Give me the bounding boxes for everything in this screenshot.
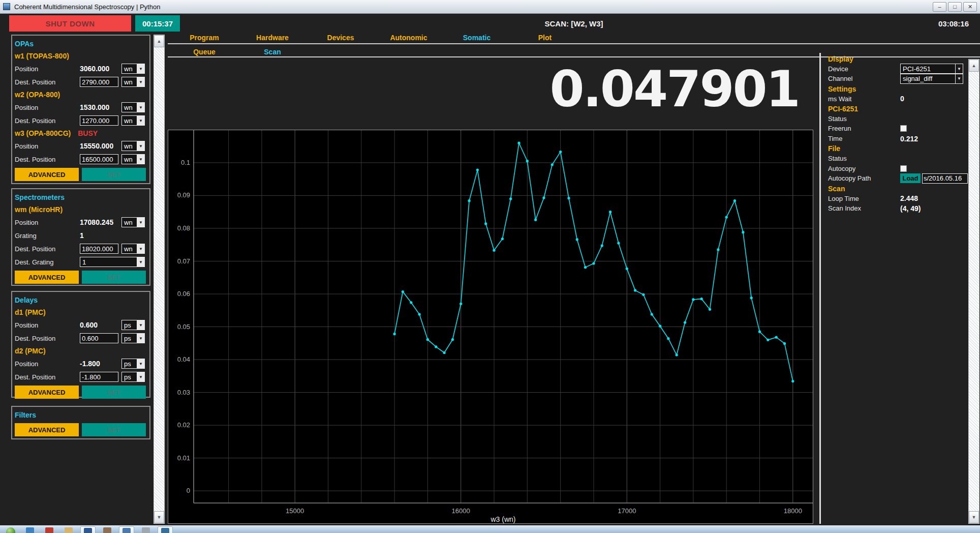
- terminal-icon[interactable]: [138, 526, 154, 533]
- svg-text:0.09: 0.09: [177, 191, 190, 199]
- secondary-tab-bar: Queue Scan: [170, 48, 307, 56]
- d2-dest-position-input[interactable]: [80, 372, 118, 382]
- svg-text:15000: 15000: [286, 507, 304, 515]
- primary-tab-underline: [168, 43, 980, 44]
- internet-explorer-icon[interactable]: [22, 526, 38, 533]
- delays-set-button[interactable]: SET: [82, 386, 146, 399]
- opas-advanced-button[interactable]: ADVANCED: [15, 168, 79, 181]
- folder-glyph: [65, 527, 73, 533]
- autocopy-path-row: Autocopy Path Load: [828, 173, 968, 184]
- w1-position-row: Position 3060.000 wn▼: [15, 62, 147, 75]
- wm-dest-units-select[interactable]: wn▼: [121, 244, 145, 254]
- tab-devices[interactable]: Devices: [307, 34, 375, 42]
- office-app-icon[interactable]: [80, 526, 96, 533]
- d1-dest-position-input[interactable]: [80, 333, 118, 343]
- folder-icon[interactable]: [61, 526, 76, 533]
- w3-name: w3 (OPA-800CG): [15, 127, 71, 139]
- w2-units-select[interactable]: wn▼: [121, 102, 145, 112]
- media-app-glyph: [45, 527, 53, 533]
- tab-somatic[interactable]: Somatic: [443, 34, 511, 42]
- tab-queue[interactable]: Queue: [170, 48, 238, 56]
- editor-app-icon[interactable]: [119, 526, 134, 533]
- ms-wait-value: 0: [900, 95, 904, 103]
- ms-wait-label: ms Wait: [828, 95, 900, 103]
- filters-set-button[interactable]: SET: [82, 423, 146, 436]
- tab-program[interactable]: Program: [170, 34, 238, 42]
- acquisition-sidebar: Display Device PCI-6251▼ Channel signal_…: [819, 53, 968, 524]
- wm-dest-grating-select[interactable]: 1▼: [80, 257, 145, 267]
- channel-label: Channel: [828, 75, 900, 82]
- svg-text:0: 0: [187, 487, 190, 494]
- tab-scan[interactable]: Scan: [238, 48, 307, 56]
- file-status-row: Status: [828, 154, 968, 164]
- left-panel-scrollbar[interactable]: ▲ ▼: [154, 35, 165, 524]
- terminal-glyph: [142, 527, 150, 533]
- chevron-down-icon: ▼: [137, 64, 144, 73]
- chevron-down-icon: ▼: [137, 244, 144, 253]
- python-app-icon[interactable]: [158, 526, 173, 533]
- w1-dest-units-select[interactable]: wn▼: [121, 77, 145, 87]
- spectrometers-advanced-button[interactable]: ADVANCED: [15, 271, 79, 284]
- wm-dest-position-input[interactable]: [80, 244, 118, 254]
- autocopy-label: Autocopy: [828, 165, 900, 172]
- tab-plot[interactable]: Plot: [511, 34, 579, 42]
- d1-units-select[interactable]: ps▼: [121, 320, 145, 330]
- svg-text:0.04: 0.04: [177, 356, 190, 363]
- tab-autonomic[interactable]: Autonomic: [375, 34, 443, 42]
- scroll-up-icon[interactable]: ▲: [154, 35, 164, 47]
- freerun-label: Freerun: [828, 125, 900, 132]
- scroll-down-icon[interactable]: ▼: [154, 511, 164, 523]
- scroll-up-icon[interactable]: ▲: [969, 60, 979, 72]
- freerun-checkbox[interactable]: [900, 125, 907, 132]
- w1-dest-position-input[interactable]: [80, 77, 118, 87]
- w3-dest-units-select[interactable]: wn▼: [121, 154, 145, 164]
- d2-name: d2 (PMC): [15, 345, 46, 357]
- windows-taskbar[interactable]: [0, 525, 980, 533]
- d2-units-select[interactable]: ps▼: [121, 359, 145, 369]
- wm-units-select[interactable]: wn▼: [121, 217, 145, 227]
- dest-position-label: Dest. Position: [15, 156, 80, 163]
- shutdown-button[interactable]: SHUT DOWN: [9, 15, 131, 32]
- media-app-icon[interactable]: [42, 526, 57, 533]
- scan-plot[interactable]: 00.010.020.030.040.050.060.070.080.090.1…: [168, 130, 813, 523]
- svg-text:17000: 17000: [618, 507, 636, 515]
- autocopy-path-input[interactable]: [922, 173, 968, 184]
- channel-select[interactable]: signal_diff▼: [900, 74, 963, 84]
- w3-units-select[interactable]: wn▼: [121, 141, 145, 151]
- autocopy-checkbox[interactable]: [900, 165, 907, 172]
- scroll-down-icon[interactable]: ▼: [969, 511, 979, 523]
- delays-advanced-button[interactable]: ADVANCED: [15, 386, 79, 399]
- w3-dest-position-input[interactable]: [80, 154, 118, 164]
- load-button[interactable]: Load: [900, 173, 921, 183]
- primary-tab-bar: Program Hardware Devices Autonomic Somat…: [170, 34, 579, 42]
- d2-position-value: -1.800: [80, 360, 100, 368]
- d1-dest-units-select[interactable]: ps▼: [121, 333, 145, 343]
- filters-title: Filters: [15, 409, 147, 421]
- opas-set-button[interactable]: SET: [82, 168, 146, 181]
- position-label: Position: [15, 321, 80, 329]
- device-select[interactable]: PCI-6251▼: [900, 64, 963, 74]
- scan-index-row: Scan Index (4, 49): [828, 203, 968, 214]
- svg-text:0.05: 0.05: [177, 323, 190, 331]
- tab-hardware[interactable]: Hardware: [238, 34, 307, 42]
- wm-position-row: Position 17080.245 wn▼: [15, 216, 147, 229]
- spectrometers-set-button[interactable]: SET: [82, 271, 146, 284]
- right-panel-scrollbar[interactable]: ▲ ▼: [968, 59, 979, 524]
- file-section-title: File: [828, 144, 840, 153]
- w2-dest-units-select[interactable]: wn▼: [121, 115, 145, 126]
- close-button[interactable]: ✕: [963, 2, 977, 12]
- wm-grating-value: 1: [80, 231, 84, 240]
- image-viewer-icon[interactable]: [100, 526, 115, 533]
- chevron-down-icon: ▼: [137, 257, 144, 266]
- d2-dest-units-select[interactable]: ps▼: [121, 372, 145, 382]
- maximize-button[interactable]: □: [948, 2, 962, 12]
- w1-units-select[interactable]: wn▼: [121, 64, 145, 74]
- minimize-button[interactable]: –: [933, 2, 946, 12]
- opas-panel: OPAs w1 (TOPAS-800) Position 3060.000 wn…: [11, 35, 150, 184]
- loop-time-label: Loop Time: [828, 195, 900, 202]
- w2-dest-position-input[interactable]: [80, 115, 118, 126]
- time-label: Time: [828, 135, 900, 142]
- filters-advanced-button[interactable]: ADVANCED: [15, 423, 79, 436]
- start-button-icon[interactable]: [3, 526, 18, 533]
- dest-position-label: Dest. Position: [15, 78, 80, 86]
